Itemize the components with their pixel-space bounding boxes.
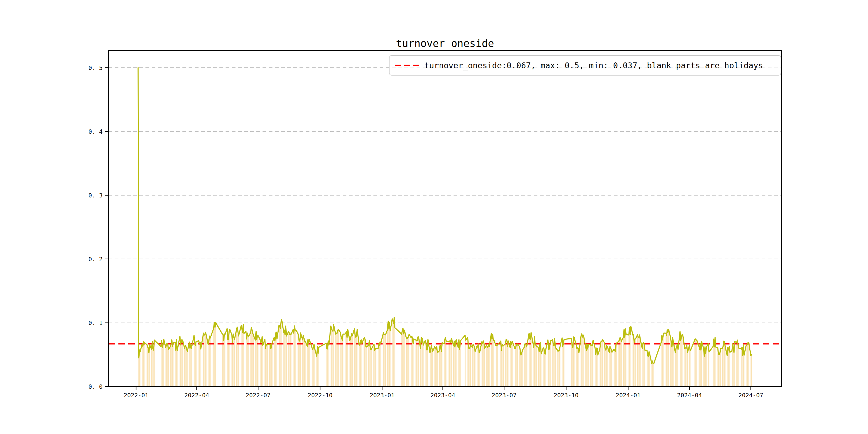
svg-text:0. 4: 0. 4 [88, 128, 103, 135]
svg-text:2024-04: 2024-04 [677, 392, 702, 399]
legend: turnover_oneside:0.067, max: 0.5, min: 0… [389, 55, 781, 75]
svg-text:0. 2: 0. 2 [88, 256, 103, 262]
svg-text:2023-10: 2023-10 [554, 392, 579, 399]
red-dashed-line-icon [395, 64, 420, 67]
svg-text:2022-01: 2022-01 [124, 392, 149, 399]
svg-text:2024-01: 2024-01 [616, 392, 641, 399]
svg-text:2022-04: 2022-04 [184, 392, 209, 399]
legend-label: turnover_oneside:0.067, max: 0.5, min: 0… [424, 61, 763, 70]
y-axis-ticks: 0. 00. 10. 20. 30. 40. 5 [88, 65, 108, 390]
series-line [138, 68, 752, 364]
chart-figure: 2022-012022-042022-072022-102023-012023-… [0, 0, 868, 434]
x-axis-ticks: 2022-012022-042022-072022-102023-012023-… [124, 386, 763, 399]
chart-title: turnover oneside [396, 37, 494, 49]
svg-text:2022-07: 2022-07 [246, 392, 271, 399]
svg-text:2022-10: 2022-10 [308, 392, 333, 399]
legend-marker-line [395, 64, 420, 67]
svg-text:0. 3: 0. 3 [88, 192, 103, 199]
svg-text:2023-01: 2023-01 [370, 392, 395, 399]
svg-text:2024-07: 2024-07 [738, 392, 763, 399]
svg-text:2023-04: 2023-04 [430, 392, 455, 399]
svg-text:0. 1: 0. 1 [88, 320, 103, 326]
grid-lines [108, 68, 781, 323]
svg-text:0. 5: 0. 5 [88, 65, 103, 71]
svg-text:0. 0: 0. 0 [88, 383, 103, 390]
svg-text:2023-07: 2023-07 [492, 392, 517, 399]
